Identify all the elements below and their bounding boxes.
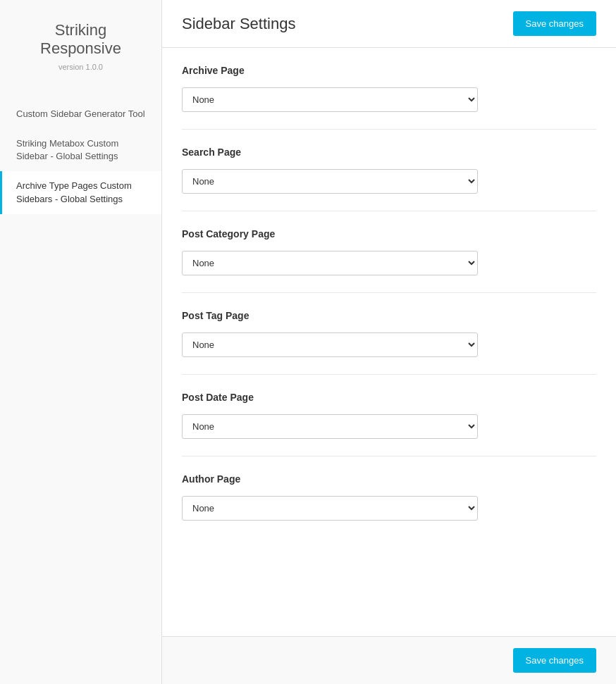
select-post-date-page[interactable]: None: [182, 414, 478, 439]
sidebar-item-custom-sidebar-generator[interactable]: Custom Sidebar Generator Tool: [0, 99, 161, 129]
section-search-page: Search PageNone: [182, 130, 596, 211]
select-search-page[interactable]: None: [182, 169, 478, 194]
section-post-tag-page: Post Tag PageNone: [182, 293, 596, 375]
sidebar-item-striking-metabox[interactable]: Striking Metabox Custom Sidebar - Global…: [0, 129, 161, 171]
section-author-page: Author PageNone: [182, 456, 596, 537]
select-post-category-page[interactable]: None: [182, 251, 478, 275]
brand-title: Striking Responsive: [14, 21, 147, 58]
section-archive-page: Archive PageNone: [182, 48, 596, 130]
section-label-post-category-page: Post Category Page: [182, 228, 596, 240]
select-author-page[interactable]: None: [182, 496, 478, 521]
select-post-tag-page[interactable]: None: [182, 332, 478, 357]
sidebar-brand: Striking Responsive version 1.0.0: [0, 0, 161, 85]
section-label-search-page: Search Page: [182, 147, 596, 158]
section-label-author-page: Author Page: [182, 473, 596, 485]
select-archive-page[interactable]: None: [182, 87, 478, 112]
section-post-category-page: Post Category PageNone: [182, 211, 596, 293]
sidebar: Striking Responsive version 1.0.0 Custom…: [0, 0, 162, 684]
save-button-bottom[interactable]: Save changes: [513, 648, 596, 673]
sidebar-navigation: Custom Sidebar Generator ToolStriking Me…: [0, 99, 161, 214]
settings-content: Archive PageNoneSearch PageNonePost Cate…: [162, 48, 616, 636]
section-post-date-page: Post Date PageNone: [182, 375, 596, 456]
section-label-post-date-page: Post Date Page: [182, 392, 596, 403]
page-title: Sidebar Settings: [182, 15, 295, 33]
sidebar-item-archive-type-pages[interactable]: Archive Type Pages Custom Sidebars - Glo…: [0, 171, 161, 213]
brand-version: version 1.0.0: [14, 63, 147, 71]
page-header: Sidebar Settings Save changes: [162, 0, 616, 48]
page-footer: Save changes: [162, 636, 616, 684]
section-label-post-tag-page: Post Tag Page: [182, 310, 596, 321]
section-label-archive-page: Archive Page: [182, 65, 596, 76]
save-button-top[interactable]: Save changes: [513, 11, 596, 36]
main-content: Sidebar Settings Save changes Archive Pa…: [162, 0, 616, 684]
